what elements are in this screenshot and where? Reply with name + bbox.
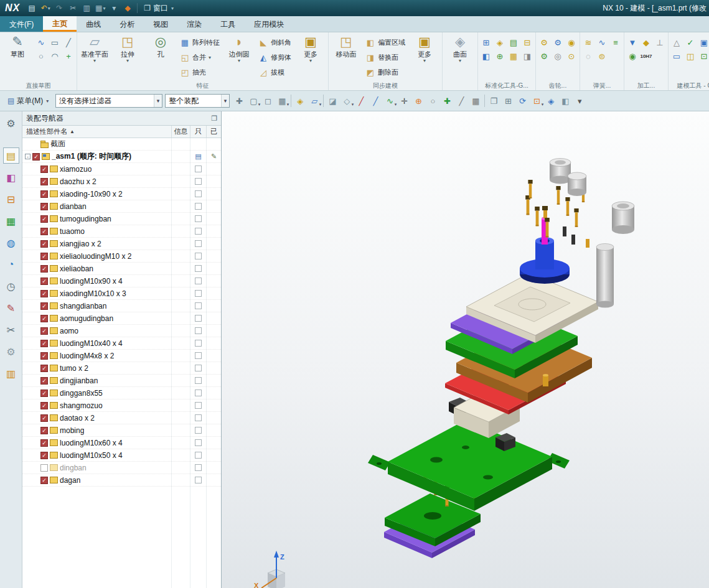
readonly-checkbox[interactable] <box>195 278 202 284</box>
history-browser-icon[interactable]: ◔ <box>3 256 19 273</box>
readonly-checkbox[interactable] <box>195 464 202 471</box>
repeat-command-button[interactable]: ◆ <box>121 2 134 14</box>
readonly-checkbox[interactable] <box>195 327 202 334</box>
spline-icon[interactable]: ∿ <box>34 35 48 49</box>
redo-button[interactable]: ↷ <box>53 2 65 14</box>
readonly-checkbox[interactable] <box>195 302 202 309</box>
tree-row-asm1[interactable]: -✓_asm1 (顺序: 时间顺序)▤✎ <box>22 151 221 163</box>
snap-grid-icon[interactable]: ▦ <box>469 94 482 108</box>
cut-button[interactable]: ✂ <box>67 2 79 14</box>
snap-endpoint-icon[interactable]: ╱ <box>454 94 468 108</box>
pattern-feature-button[interactable]: ▦阵列特征 <box>177 35 222 50</box>
marquee-select-icon[interactable]: ▢▾ <box>247 94 260 108</box>
selection-filter-combo[interactable]: 没有选择过滤器 ▾ <box>55 94 162 108</box>
datum-plane-button[interactable]: ▱基准平面▾ <box>78 33 111 82</box>
tree-row-shangmozuo[interactable]: ✓shangmozuo <box>22 399 221 412</box>
roles-icon[interactable]: ⚙ <box>3 115 19 131</box>
chamfer-button[interactable]: ◣倒斜角 <box>256 35 294 50</box>
notebook-icon[interactable]: ▥ <box>3 365 19 381</box>
tab-analysis[interactable]: 分析 <box>110 16 144 32</box>
circle-icon[interactable]: ○ <box>34 49 48 63</box>
tree-row-tumogudingban[interactable]: ✓tumogudingban <box>22 213 221 225</box>
column-part-name[interactable]: 描述性部件名 ▲ <box>22 127 171 136</box>
tree-row-jiemian[interactable]: 截面 <box>22 138 221 151</box>
visibility-checkbox[interactable]: ✓ <box>40 414 48 422</box>
window-menu-button[interactable]: ❐ 窗口 ▾ <box>140 2 177 14</box>
shaded-display-icon[interactable]: ◪ <box>326 94 339 108</box>
readonly-checkbox[interactable] <box>195 427 202 434</box>
modeling-icon-2[interactable]: ✓ <box>683 35 697 49</box>
spring-icon-2[interactable]: ∿ <box>595 35 609 49</box>
std-tool-icon-6[interactable]: ⊕ <box>493 49 507 63</box>
more-commands-button[interactable]: ▾ <box>108 2 120 14</box>
materials-pencil-icon[interactable]: ✎ <box>3 300 19 316</box>
constraint-navigator-icon[interactable]: ◧ <box>3 169 19 185</box>
tab-curve[interactable]: 曲线 <box>77 16 110 32</box>
readonly-checkbox[interactable] <box>195 365 202 371</box>
readonly-checkbox[interactable] <box>195 352 202 359</box>
readonly-checkbox[interactable] <box>195 178 202 185</box>
copy-button[interactable]: ▥ <box>80 2 93 14</box>
wireframe-display-icon[interactable]: ◇▾ <box>340 94 354 108</box>
readonly-checkbox[interactable] <box>195 215 202 222</box>
more-display-icon[interactable]: ▾ <box>573 94 586 108</box>
readonly-checkbox[interactable] <box>195 253 202 259</box>
part-bushing-right[interactable] <box>612 202 634 234</box>
tree-row-dinggan8x55[interactable]: ✓dinggan8x55 <box>22 387 221 399</box>
visibility-checkbox[interactable]: ✓ <box>40 203 48 210</box>
tab-render[interactable]: 渲染 <box>177 16 211 32</box>
edge-blend-button[interactable]: ◗边倒圆▾ <box>223 33 255 82</box>
visibility-checkbox[interactable]: ✓ <box>40 240 48 248</box>
visibility-checkbox[interactable]: ✓ <box>40 190 48 198</box>
trim-body-button[interactable]: ◭修剪体 <box>256 50 294 65</box>
readonly-checkbox[interactable] <box>195 390 202 396</box>
readonly-checkbox[interactable] <box>195 190 202 197</box>
undock-icon[interactable]: ❐ <box>211 114 217 123</box>
tree-row-mobing[interactable]: ✓mobing <box>22 424 221 437</box>
snap-point-icon[interactable]: ✚ <box>440 94 454 108</box>
spring-icon-3[interactable]: ≡ <box>609 35 622 49</box>
tree-row-xielaoluodingM10[interactable]: ✓xieliaoluodingM10 x 2 <box>22 250 221 263</box>
fit-view-icon[interactable]: ⊞ <box>501 94 515 108</box>
tree-row-xiaodingM10x10[interactable]: ✓xiaodingM10x10 x 3 <box>22 287 221 300</box>
readonly-checkbox[interactable] <box>195 166 202 172</box>
visibility-checkbox[interactable]: ✓ <box>40 215 48 223</box>
move-face-button[interactable]: ◳移动面 <box>330 33 362 82</box>
touch-select-icon[interactable]: ✚ <box>232 94 246 108</box>
tree-row-dagan[interactable]: ✓dagan <box>22 474 221 487</box>
tree-row-luodingM10x60[interactable]: ✓luodingM10x60 x 4 <box>22 437 221 449</box>
point-icon[interactable]: + <box>62 49 75 63</box>
draft-button[interactable]: ◿拔模 <box>256 65 294 80</box>
save-button[interactable]: ▤ <box>26 2 38 14</box>
visibility-checkbox[interactable]: ✓ <box>40 402 48 409</box>
visibility-checkbox[interactable]: ✓ <box>40 477 48 484</box>
readonly-checkbox[interactable] <box>195 377 202 384</box>
tree-row-luodingM10x40[interactable]: ✓luodingM10x40 x 4 <box>22 337 221 350</box>
std-tool-icon-1[interactable]: ⊞ <box>479 35 493 49</box>
snap-curve-icon[interactable]: ∿▾ <box>383 94 397 108</box>
tree-row-aomo[interactable]: ✓aomo <box>22 325 221 337</box>
visibility-checkbox[interactable]: ✓ <box>40 452 48 459</box>
graphics-viewport[interactable]: Z X <box>222 111 709 588</box>
undo-button[interactable]: ↶▾ <box>39 2 52 14</box>
manage-tools-icon[interactable]: ✂ <box>3 322 19 338</box>
extrude-button[interactable]: ◳拉伸▾ <box>111 33 144 82</box>
tree-row-xiaoding-10x90[interactable]: ✓xiaoding-10x90 x 2 <box>22 188 221 200</box>
std-tool-icon-2[interactable]: ◈ <box>493 35 507 49</box>
reuse-library-icon[interactable]: ▦ <box>3 213 19 229</box>
replace-face-button[interactable]: ◨替换面 <box>363 50 408 65</box>
gear-icon-5[interactable]: ◎ <box>551 49 565 63</box>
gear-icon-4[interactable]: ⚙ <box>537 49 551 63</box>
readonly-checkbox[interactable] <box>195 477 202 483</box>
rectangle-icon[interactable]: ▭ <box>48 35 62 49</box>
orient-view-icon[interactable]: ⊡▾ <box>530 94 543 108</box>
visibility-checkbox[interactable]: ✓ <box>40 315 48 322</box>
snap-circle-icon[interactable]: ○ <box>426 94 439 108</box>
tree-row-tuaomo[interactable]: ✓tuaomo <box>22 225 221 238</box>
tree-row-dianban[interactable]: ✓dianban <box>22 200 221 213</box>
unite-button[interactable]: ◱合并▾ <box>177 50 222 65</box>
tree-row-daotao[interactable]: ✓daotao x 2 <box>22 412 221 424</box>
column-info[interactable]: 信息 <box>171 126 190 138</box>
assembly-navigator-icon[interactable]: ▤ <box>3 147 19 164</box>
visibility-checkbox[interactable]: ✓ <box>40 377 48 385</box>
